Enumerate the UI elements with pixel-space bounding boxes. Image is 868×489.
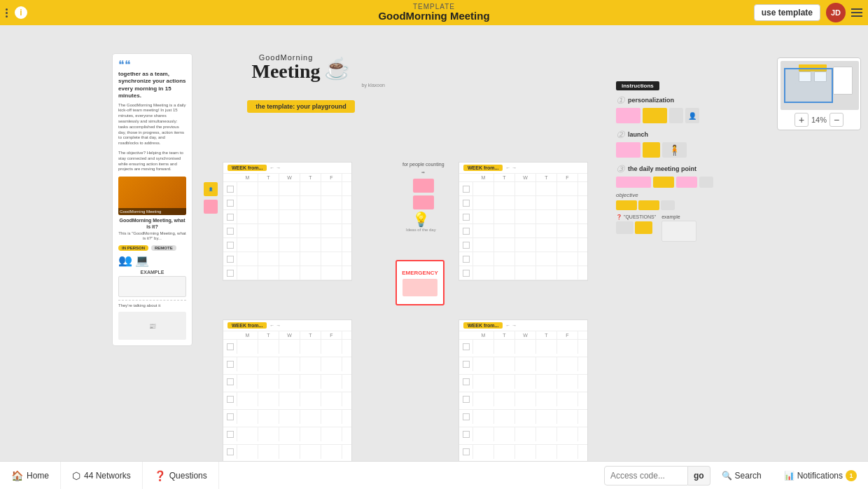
step-2-num: ② (616, 129, 625, 140)
search-area[interactable]: 🔍 Search (710, 471, 773, 481)
week-controls-1[interactable]: ← → (270, 165, 281, 170)
questions-label: ❓ "QUESTIONS" (616, 214, 656, 220)
week-row (459, 252, 587, 266)
top-bar: i TEMPLATE GoodMorning Meeting use templ… (0, 0, 868, 25)
week-row (223, 427, 351, 445)
week-row (223, 252, 351, 266)
minimap-viewport[interactable] (784, 68, 833, 103)
step2-thumb-2 (643, 142, 660, 158)
quote-mark: ❝❝ (118, 60, 186, 71)
emergency-label: EMERGENCY (402, 270, 438, 276)
nav-networks[interactable]: ⬡ 44 Networks (61, 462, 143, 490)
week-row (459, 375, 587, 392)
obj-sticky-1 (616, 200, 637, 210)
week-row (223, 357, 351, 375)
week-row (459, 445, 587, 461)
day-f1: F (321, 174, 342, 181)
nav-home[interactable]: 🏠 Home (0, 462, 61, 490)
week-row (459, 210, 587, 224)
access-code-input[interactable] (604, 466, 688, 485)
week-header-2: WEEK from... ← → (459, 163, 587, 174)
step-2-title: launch (628, 131, 648, 138)
info-icon[interactable]: i (13, 5, 29, 20)
avatar[interactable]: JD (826, 3, 846, 22)
minimap: ⤡ ⤢ + 14% − (777, 57, 861, 130)
step-3-title: the daily meeting point (628, 165, 696, 172)
example-label: EXAMPLE (118, 270, 186, 275)
minimap-preview[interactable] (780, 61, 859, 110)
step3-thumb-1 (616, 177, 651, 188)
emergency-box: EMERGENCY (396, 260, 444, 305)
week-row (223, 445, 351, 461)
week-row (459, 182, 587, 196)
step-3-num: ③ (616, 163, 625, 174)
step-thumb-pink (616, 108, 640, 123)
week-header-1: WEEK from... ← → (223, 163, 351, 174)
week-row (223, 266, 351, 280)
in-person-badge: IN PERSON (118, 245, 148, 251)
instructions-panel: instructions ① personalization 👤 (616, 78, 777, 247)
ideas-area: 💡 Ideas of the day (406, 211, 436, 232)
search-label: Search (735, 471, 762, 481)
week-row (223, 238, 351, 252)
mockup-image (118, 276, 186, 297)
video-thumbnail[interactable]: GoodMorning Meeting ▶ (118, 177, 186, 215)
info-panel: ❝❝ together as a team, synchronize your … (112, 53, 192, 346)
meeting-title-area: GoodMorning Meeting ☕ by klaxoon the tem… (217, 53, 385, 113)
day-m1: M (237, 174, 258, 181)
home-label: Home (27, 471, 49, 481)
week-row (223, 375, 351, 392)
playground-badge: the template: your playground (247, 100, 355, 113)
remote-badge: REMOTE (151, 245, 176, 251)
go-button[interactable]: go (688, 466, 710, 485)
week-row (223, 392, 351, 410)
step-2-row: ② launch 🧍 (616, 129, 777, 158)
bottom-image: 📰 (118, 312, 186, 340)
week-row (223, 410, 351, 427)
quote-text: together as a team, synchronize your act… (118, 71, 186, 100)
week-controls-2[interactable]: ← → (505, 165, 517, 170)
week-row (459, 238, 587, 252)
emergency-note (402, 279, 438, 296)
week-grid-1: WEEK from... ← → M T W T F 👤 (223, 162, 352, 281)
step3-thumb-2 (653, 177, 674, 188)
zoom-level: 14% (811, 116, 827, 124)
step-3-row: ③ the daily meeting point objective (616, 163, 777, 242)
week-controls-4[interactable]: ← → (505, 323, 517, 328)
video-sub: This is "GoodMorning Meeting, what is it… (118, 231, 186, 241)
zoom-out-button[interactable]: − (830, 113, 844, 127)
pink-sticky-1 (413, 179, 434, 193)
step-1-num: ① (616, 95, 625, 106)
week-controls-3[interactable]: ← → (270, 323, 281, 328)
hamburger-icon[interactable] (851, 8, 862, 17)
week-row (459, 427, 587, 445)
week-row (459, 224, 587, 238)
week-row (459, 392, 587, 410)
zoom-in-button[interactable]: + (794, 113, 808, 127)
notifications-area[interactable]: 📊 Notifications 1 (773, 470, 868, 481)
day-w1: W (279, 174, 300, 181)
step-person-1: 👤 (685, 108, 699, 123)
nav-questions[interactable]: ❓ Questions (143, 462, 219, 490)
step2-thumb-1 (616, 142, 640, 158)
day-t21: T (300, 174, 321, 181)
meeting-title-text: Meeting (252, 62, 321, 81)
week-row (223, 224, 351, 238)
pink-sticky-2 (413, 195, 434, 209)
sticky-yellow-left: 👤 (204, 182, 218, 196)
objective-label: objective (616, 192, 713, 198)
sticky-pink-left (204, 200, 218, 214)
people-counting-area: for people counting ➡ (402, 162, 444, 209)
canvas: ❝❝ together as a team, synchronize your … (0, 25, 868, 461)
board-title: GoodMorning Meeting (378, 11, 489, 22)
week-label-4: WEEK from... (463, 322, 503, 329)
menu-dots-icon[interactable] (6, 8, 8, 18)
example-inst-img (662, 221, 696, 242)
use-template-button[interactable]: use template (754, 4, 820, 21)
video-watermark: GoodMorning Meeting (120, 209, 185, 214)
week-row (223, 210, 351, 224)
week-row (459, 340, 587, 357)
week-label-2: WEEK from... (463, 165, 503, 171)
week-row (223, 196, 351, 210)
video-caption: GoodMorning Meeting, what is it? (118, 218, 186, 230)
